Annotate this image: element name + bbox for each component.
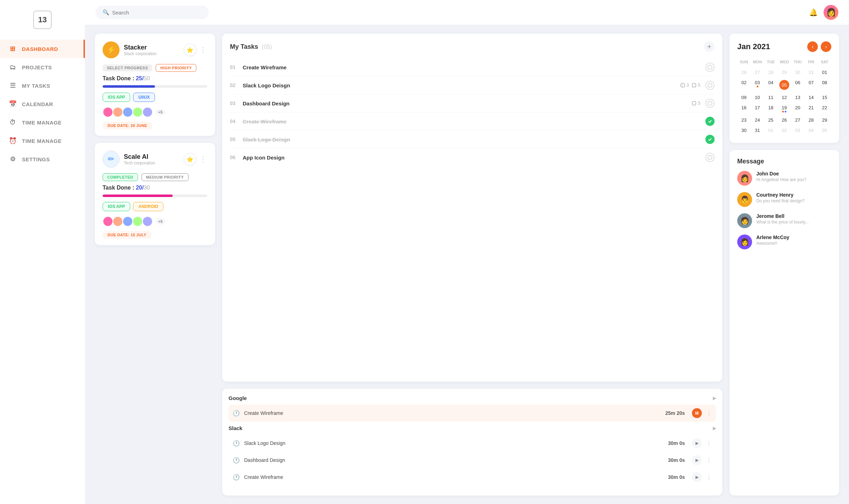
more-options-button[interactable]: ⋮: [200, 46, 207, 54]
cal-day[interactable]: 30: [737, 126, 751, 135]
badges-row: COMPLETED MEDIUM PRIORITY: [103, 173, 207, 181]
task-check[interactable]: [705, 99, 715, 108]
cal-day[interactable]: 08: [818, 78, 831, 92]
message-item[interactable]: 👨 Courtney Henry Do you need that design…: [737, 192, 831, 207]
task-row: 06 App Icon Design: [230, 149, 715, 166]
cal-day[interactable]: 21: [804, 103, 818, 115]
cal-day[interactable]: 03: [791, 126, 804, 135]
cal-day[interactable]: 27: [751, 68, 764, 77]
timer-play-button[interactable]: ▶: [692, 455, 702, 465]
sidebar-item-timemanage1[interactable]: ⏱ TIME MANAGE: [0, 113, 85, 132]
cal-day[interactable]: 28: [764, 68, 778, 77]
progress-bar-fill: [103, 85, 155, 88]
cal-day[interactable]: 22: [818, 103, 831, 115]
cal-day[interactable]: 29: [818, 115, 831, 125]
project-subtitle: Tech corporation: [124, 161, 155, 166]
task-check[interactable]: [705, 81, 715, 90]
sidebar-item-projects[interactable]: 🗂 PROJECTS: [0, 58, 85, 76]
cal-day[interactable]: 27: [791, 115, 804, 125]
cal-day[interactable]: 31: [751, 126, 764, 135]
task-check[interactable]: [705, 153, 715, 162]
sidebar-item-mytasks[interactable]: ☰ MY TASKS: [0, 76, 85, 95]
cal-day[interactable]: 30: [791, 68, 804, 77]
sidebar-item-calendar[interactable]: 📅 CALENDAR: [0, 95, 85, 113]
message-item[interactable]: 🧑 Jerome Bell What is the price of hourl…: [737, 213, 831, 228]
search-input[interactable]: [112, 10, 202, 16]
cal-day[interactable]: 31: [804, 68, 818, 77]
cal-day[interactable]: 24: [751, 115, 764, 125]
card-actions: ⭐ ⋮: [184, 44, 207, 56]
calendar-icon: 📅: [8, 100, 17, 108]
tags-row: IOS APP ANDROID: [103, 202, 207, 211]
cal-day[interactable]: 07: [804, 78, 818, 92]
header: 🔍 🔔 👩: [85, 0, 849, 25]
star-button[interactable]: ⭐: [184, 44, 196, 56]
cal-day[interactable]: 28: [804, 115, 818, 125]
svg-rect-3: [692, 83, 696, 87]
timer-row: 🕐 Slack Logo Design 30m 0s ▶ ⋮: [229, 435, 716, 452]
message-card: Message 👩 John Doe Hi Angelina! How are …: [729, 150, 839, 496]
cal-day[interactable]: 03: [751, 78, 764, 92]
task-check[interactable]: [705, 63, 715, 72]
cal-day[interactable]: 17: [751, 103, 764, 115]
calendar-prev-button[interactable]: ‹: [807, 41, 818, 52]
expand-icon[interactable]: ▶: [713, 426, 716, 431]
cal-day[interactable]: 20: [791, 103, 804, 115]
cal-day[interactable]: 25: [764, 115, 778, 125]
sidebar-item-timemanage2[interactable]: ⏰ TIME MANAGE: [0, 132, 85, 150]
cal-day[interactable]: 16: [737, 103, 751, 115]
cal-day[interactable]: 13: [791, 93, 804, 102]
cal-day[interactable]: 02: [737, 78, 751, 92]
cal-day[interactable]: 11: [764, 93, 778, 102]
message-item[interactable]: 👩 John Doe Hi Angelina! How are you?: [737, 171, 831, 186]
calendar-grid: SUN MON TUE WED THU FRI SAT 26 27 28: [737, 58, 831, 135]
notification-icon[interactable]: 🔔: [809, 8, 818, 17]
cal-day[interactable]: 09: [737, 93, 751, 102]
user-avatar[interactable]: 👩: [824, 5, 838, 20]
task-row: 03 Dashboard Design 5: [230, 94, 715, 112]
timer-more-options[interactable]: ⋮: [706, 410, 712, 417]
project-subtitle: Slack corporation: [124, 51, 157, 56]
task-check[interactable]: [705, 135, 715, 144]
cal-day[interactable]: 04: [764, 78, 778, 92]
timer-more-options[interactable]: ⋮: [706, 474, 712, 481]
cal-day[interactable]: 18: [764, 103, 778, 115]
cal-day[interactable]: 23: [737, 115, 751, 125]
progress-bar-fill: [103, 195, 173, 197]
more-options-button[interactable]: ⋮: [200, 155, 207, 163]
cal-day[interactable]: 05: [778, 78, 791, 92]
sidebar-item-dashboard[interactable]: ⊞ DASHBOARD: [0, 40, 85, 58]
cal-day[interactable]: 06: [791, 78, 804, 92]
task-check[interactable]: [705, 117, 715, 126]
cal-day[interactable]: 05: [818, 126, 831, 135]
due-date: DUE DATE: 20 JUNE: [103, 122, 152, 129]
timer-more-options[interactable]: ⋮: [706, 440, 712, 447]
timer-pause-button[interactable]: [692, 408, 702, 418]
cal-day[interactable]: 19: [778, 103, 791, 115]
sidebar-item-settings[interactable]: ⚙ SETTINGS: [0, 150, 85, 168]
cal-day[interactable]: 01: [764, 126, 778, 135]
timer-play-button[interactable]: ▶: [692, 438, 702, 448]
cal-day[interactable]: 14: [804, 93, 818, 102]
star-button[interactable]: ⭐: [184, 153, 196, 165]
cal-day[interactable]: 04: [804, 126, 818, 135]
cal-day[interactable]: 15: [818, 93, 831, 102]
cal-day[interactable]: 02: [778, 126, 791, 135]
main-area: 🔍 🔔 👩 ⚡ Stacker Slack corp: [85, 0, 849, 504]
expand-icon[interactable]: ▶: [713, 396, 716, 401]
cal-day[interactable]: 26: [778, 115, 791, 125]
calendar-next-button[interactable]: ›: [821, 41, 831, 52]
add-task-button[interactable]: +: [704, 41, 715, 52]
cal-day[interactable]: 26: [737, 68, 751, 77]
message-item[interactable]: 👩 Arlene McCoy Awesome!!: [737, 234, 831, 249]
search-bar[interactable]: 🔍: [96, 6, 209, 19]
cal-day[interactable]: 12: [778, 93, 791, 102]
timer-play-button[interactable]: ▶: [692, 472, 702, 482]
card-header: ✏ Scale AI Tech corporation ⭐ ⋮: [103, 151, 207, 168]
timer-more-options[interactable]: ⋮: [706, 457, 712, 464]
member-avatar: [122, 107, 133, 117]
cal-day[interactable]: 29: [778, 68, 791, 77]
status-badge: COMPLETED: [103, 173, 138, 181]
cal-day[interactable]: 10: [751, 93, 764, 102]
cal-day[interactable]: 01: [818, 68, 831, 77]
